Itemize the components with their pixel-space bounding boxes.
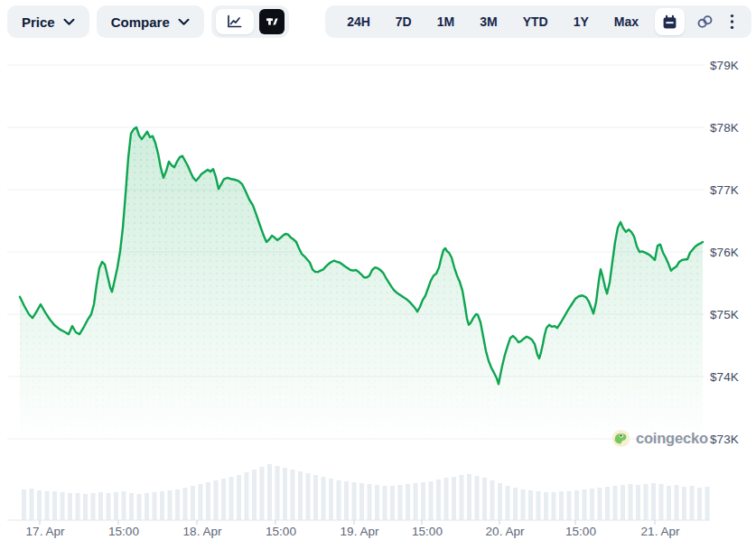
y-axis-label: $76K [710, 246, 753, 259]
range-button-3m[interactable]: 3M [467, 5, 509, 38]
coingecko-gecko-icon [611, 429, 630, 448]
tradingview-toggle-button[interactable] [259, 9, 285, 34]
y-axis-label: $78K [710, 121, 753, 135]
toolbar-left-group: Price Compare [7, 5, 289, 38]
share-link-button[interactable] [688, 5, 722, 38]
line-chart-icon [226, 14, 243, 29]
y-axis-label: $79K [710, 59, 753, 72]
x-axis-label: 15:00 [412, 525, 443, 538]
y-axis-label: $75K [710, 308, 753, 321]
range-button-ytd[interactable]: YTD [510, 5, 561, 38]
line-chart-toggle-button[interactable] [216, 9, 254, 34]
time-range-group: 24H7D1M3MYTD1YMax [325, 5, 751, 38]
range-button-7d[interactable]: 7D [383, 5, 425, 38]
coingecko-watermark-text: coingecko [636, 430, 708, 447]
range-button-1y[interactable]: 1Y [561, 5, 602, 38]
tradingview-icon [265, 14, 279, 29]
range-button-1m[interactable]: 1M [425, 5, 467, 38]
coingecko-watermark: coingecko [611, 429, 708, 448]
x-axis-label: 19. Apr [341, 525, 379, 538]
x-axis-label: 15:00 [108, 525, 139, 538]
kebab-menu-icon [730, 14, 734, 30]
range-button-24h[interactable]: 24H [334, 5, 383, 38]
compare-dropdown-button[interactable]: Compare [97, 5, 204, 38]
price-dropdown-label: Price [22, 14, 55, 30]
chart-toolbar: Price Compare [7, 5, 751, 38]
x-axis-label: 15:00 [565, 525, 596, 538]
range-button-max[interactable]: Max [602, 5, 651, 38]
coin-price-chart-page: Price Compare [0, 0, 756, 540]
chevron-down-icon [63, 18, 75, 26]
y-axis-label: $74K [710, 370, 753, 384]
chart-type-toggle [211, 5, 289, 38]
x-axis-label: 17. Apr [26, 525, 65, 538]
y-axis-label: $77K [710, 183, 753, 197]
price-chart[interactable] [0, 0, 756, 540]
more-options-button[interactable] [722, 5, 742, 38]
y-axis-label: $73K [710, 433, 753, 446]
volume-bars [22, 464, 710, 520]
x-axis-label: 18. Apr [183, 525, 222, 538]
x-axis-label: 20. Apr [486, 525, 525, 538]
price-dropdown-button[interactable]: Price [7, 5, 89, 38]
link-icon [696, 14, 714, 30]
chevron-down-icon [178, 18, 190, 26]
calendar-icon [662, 14, 677, 30]
compare-dropdown-label: Compare [111, 14, 170, 30]
x-axis-label: 15:00 [266, 525, 296, 538]
price-area-fill [20, 127, 703, 442]
x-axis-label: 21. Apr [641, 525, 680, 538]
calendar-button[interactable] [655, 8, 685, 35]
